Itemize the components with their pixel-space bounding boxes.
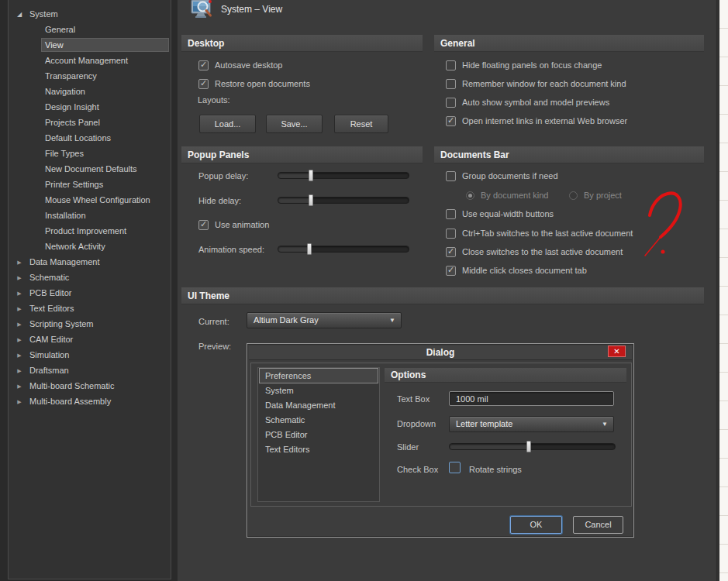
sidebar-tree-item[interactable]: PCB Editor (9, 285, 171, 301)
sidebar-tree-item[interactable]: Data Management (9, 254, 171, 270)
tree-arrow-icon[interactable] (14, 284, 25, 301)
sidebar-tree-item[interactable]: Scripting System (9, 316, 171, 332)
restore-open-documents-label: Restore open documents (215, 79, 310, 88)
tree-arrow-icon[interactable] (14, 377, 25, 394)
sidebar-item-label: Default Locations (42, 132, 168, 144)
tree-arrow-icon[interactable] (14, 5, 25, 22)
sidebar-item-label: Design Insight (42, 101, 168, 113)
tree-arrow-icon[interactable] (14, 331, 25, 348)
sidebar-tree-item[interactable]: Installation (9, 208, 171, 223)
tree-arrow-icon[interactable] (14, 393, 25, 410)
sidebar-tree-item[interactable]: Simulation (9, 347, 171, 363)
group-documents-label: Group documents if need (462, 171, 558, 180)
sidebar-item-label: Multi-board Schematic (29, 381, 114, 390)
use-animation-checkbox[interactable] (198, 220, 209, 230)
preview-nav-item-label: Data Management (265, 401, 336, 410)
preview-dialog-titlebar: Dialog (249, 346, 632, 360)
close-switches-checkbox[interactable] (446, 247, 456, 257)
tree-arrow-icon[interactable] (14, 362, 25, 379)
restore-open-documents-row: Restore open documents (198, 78, 310, 89)
popup-delay-slider[interactable] (278, 172, 409, 179)
preview-nav-item[interactable]: System (260, 383, 378, 397)
tree-arrow-icon[interactable] (14, 253, 25, 270)
remember-window-row: Remember window for each document kind (446, 78, 626, 89)
preview-dialog-close-icon[interactable]: ✕ (608, 346, 626, 357)
preview-textbox-input[interactable] (449, 391, 614, 406)
hide-delay-slider-thumb[interactable] (309, 194, 313, 206)
hide-floating-panels-checkbox[interactable] (446, 60, 456, 70)
preview-dialog-content: Preferences System Data Management Schem… (250, 363, 632, 507)
preview-slider[interactable] (449, 443, 616, 450)
sidebar-item-label: Navigation (42, 85, 168, 98)
middle-click-closes-row: Middle click closes document tab (446, 265, 587, 276)
tree-arrow-icon[interactable] (14, 269, 25, 286)
preview-label: Preview: (198, 342, 231, 351)
sidebar-tree-item[interactable]: System (9, 6, 171, 22)
chevron-down-icon: ▼ (602, 417, 608, 431)
open-internet-links-checkbox[interactable] (446, 116, 456, 126)
sidebar-tree-item[interactable]: Draftsman (9, 363, 171, 378)
hide-floating-panels-row: Hide floating panels on focus change (446, 60, 602, 70)
sidebar-tree-item[interactable]: Mouse Wheel Configuration (9, 192, 171, 208)
sidebar-tree-item[interactable]: Design Insight (9, 99, 171, 115)
preview-slider-thumb[interactable] (526, 441, 531, 452)
preview-nav-item[interactable]: Preferences (260, 369, 378, 383)
sidebar-tree-item[interactable]: Account Management (9, 53, 171, 68)
section-header-ui-theme: UI Theme (181, 287, 704, 304)
preview-nav-item[interactable]: Schematic (260, 413, 378, 427)
load-button[interactable]: Load... (199, 115, 256, 133)
rotate-strings-checkbox[interactable] (449, 462, 461, 473)
preview-nav-item[interactable]: PCB Editor (260, 428, 378, 442)
sidebar-tree-item[interactable]: Transparency (9, 68, 171, 84)
sidebar-tree-item[interactable]: Printer Settings (9, 177, 171, 192)
preview-nav-item[interactable]: Text Editors (260, 442, 378, 456)
auto-show-previews-checkbox[interactable] (446, 98, 456, 108)
by-project-radio[interactable] (569, 191, 578, 200)
preview-dropdown[interactable]: Letter template ▼ (449, 416, 614, 432)
sidebar-tree-item[interactable]: Navigation (9, 84, 171, 99)
sidebar-tree-item[interactable]: View (9, 37, 171, 53)
ctrl-tab-switches-checkbox[interactable] (446, 229, 456, 239)
sidebar-tree-item[interactable]: New Document Defaults (9, 161, 171, 177)
preview-ok-button[interactable]: OK (510, 516, 562, 534)
sidebar-tree-item[interactable]: Multi-board Schematic (9, 378, 171, 394)
preview-nav-item[interactable]: Data Management (260, 398, 378, 412)
sidebar-tree-item[interactable]: Schematic (9, 270, 171, 285)
animation-speed-slider[interactable] (278, 246, 409, 253)
tree-arrow-icon[interactable] (14, 300, 25, 317)
sidebar-tree-item[interactable]: Product Improvement (9, 223, 171, 239)
hide-floating-panels-label: Hide floating panels on focus change (462, 60, 602, 70)
tree-arrow-icon[interactable] (14, 315, 25, 332)
autosave-desktop-checkbox[interactable] (198, 60, 209, 70)
sidebar-tree-item[interactable]: File Types (9, 146, 171, 161)
sidebar-tree-item[interactable]: Network Activity (9, 239, 171, 254)
sidebar-item-label: Simulation (29, 350, 69, 359)
group-documents-checkbox[interactable] (446, 171, 456, 181)
preferences-tree: System General View Account Management T… (8, 0, 171, 579)
autosave-desktop-row: Autosave desktop (198, 60, 282, 70)
sidebar-tree-item[interactable]: General (9, 22, 171, 37)
restore-open-documents-checkbox[interactable] (198, 79, 209, 89)
preview-nav-item-label: PCB Editor (265, 430, 307, 439)
reset-button[interactable]: Reset (334, 115, 388, 133)
equal-width-buttons-checkbox[interactable] (446, 209, 456, 219)
by-document-kind-label: By document kind (481, 191, 548, 200)
sidebar-tree-item[interactable]: CAM Editor (9, 332, 171, 347)
by-document-kind-radio[interactable] (466, 191, 474, 200)
sidebar-tree-item[interactable]: Text Editors (9, 301, 171, 316)
popup-delay-slider-thumb[interactable] (309, 170, 313, 181)
ui-theme-dropdown[interactable]: Altium Dark Gray ▼ (247, 312, 402, 328)
sidebar-tree-item[interactable]: Multi-board Assembly (9, 394, 171, 409)
sidebar-tree-item[interactable]: Projects Panel (9, 115, 171, 130)
sidebar-tree-item[interactable]: Default Locations (9, 130, 171, 146)
save-button[interactable]: Save... (266, 115, 323, 133)
ctrl-tab-switches-row: Ctrl+Tab switches to the last active doc… (446, 228, 633, 239)
hide-delay-slider[interactable] (278, 197, 409, 204)
preview-cancel-button[interactable]: Cancel (573, 516, 623, 534)
section-header-popup-panels: Popup Panels (181, 146, 423, 163)
tree-arrow-icon[interactable] (14, 346, 25, 363)
sidebar: System General View Account Management T… (0, 0, 178, 581)
animation-speed-slider-thumb[interactable] (307, 243, 312, 255)
remember-window-checkbox[interactable] (446, 79, 456, 89)
middle-click-closes-checkbox[interactable] (446, 266, 456, 276)
